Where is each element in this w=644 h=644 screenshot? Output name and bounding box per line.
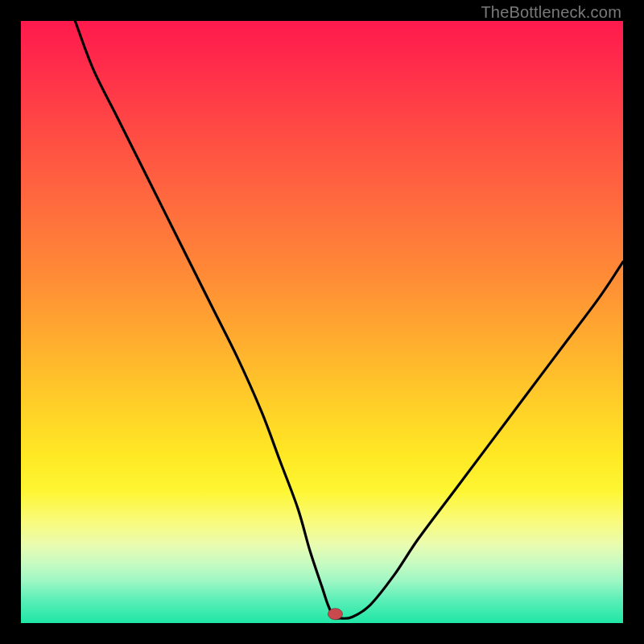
chart-frame: TheBottleneck.com [0,0,644,644]
bottleneck-curve [21,21,623,623]
attribution-text: TheBottleneck.com [481,3,621,22]
plot-area [21,21,623,623]
optimum-marker [328,609,342,620]
